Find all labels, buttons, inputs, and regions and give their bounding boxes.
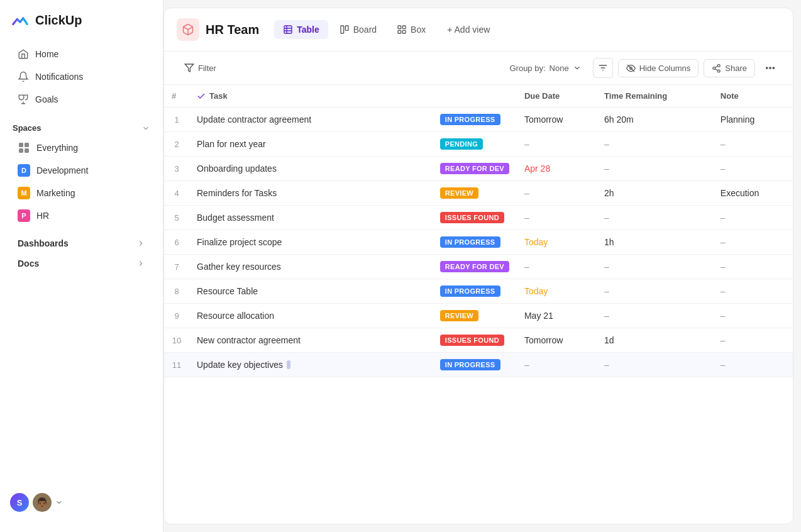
sort-icon bbox=[598, 63, 608, 73]
col-header-time-remaining[interactable]: Time Remaining bbox=[597, 85, 713, 108]
tab-board[interactable]: Board bbox=[331, 20, 385, 39]
sidebar-notifications-label: Notifications bbox=[35, 72, 83, 82]
table-row[interactable]: 6 Finalize project scope IN PROGRESS Tod… bbox=[164, 230, 793, 255]
sidebar-item-notifications[interactable]: Notifications bbox=[5, 65, 158, 88]
row-num: 11 bbox=[164, 353, 189, 377]
share-button[interactable]: Share bbox=[704, 59, 755, 77]
svg-rect-14 bbox=[402, 30, 406, 33]
filter-button[interactable]: Filter bbox=[177, 59, 224, 77]
sidebar-item-hr[interactable]: P HR bbox=[5, 204, 158, 227]
table-row[interactable]: 9 Resource allocation REVIEW May 21 – – bbox=[164, 304, 793, 328]
row-status: IN PROGRESS bbox=[433, 108, 517, 132]
sidebar-hr-label: HR bbox=[36, 211, 49, 221]
toolbar-right: Group by: None Hide Col bbox=[503, 58, 780, 78]
row-status: ISSUES FOUND bbox=[433, 328, 517, 353]
table-row[interactable]: 10 New contractor agreement ISSUES FOUND… bbox=[164, 328, 793, 353]
hr-avatar: P bbox=[18, 209, 30, 222]
spaces-section-header[interactable]: Spaces bbox=[0, 117, 163, 136]
table-row[interactable]: 4 Reminders for Tasks REVIEW – 2h Execut… bbox=[164, 181, 793, 206]
row-note: Execution bbox=[713, 181, 793, 206]
row-status: IN PROGRESS bbox=[433, 353, 517, 377]
row-note: – bbox=[713, 157, 793, 181]
svg-rect-9 bbox=[341, 26, 344, 33]
row-note: – bbox=[713, 353, 793, 377]
sidebar-item-dashboards[interactable]: Dashboards bbox=[5, 233, 158, 253]
development-avatar: D bbox=[18, 164, 30, 177]
resize-handle[interactable] bbox=[287, 360, 290, 369]
svg-point-28 bbox=[773, 67, 774, 69]
sort-button[interactable] bbox=[593, 58, 613, 78]
col-header-task[interactable]: Task bbox=[189, 85, 433, 108]
more-options-button[interactable] bbox=[760, 58, 780, 78]
row-due-date: – bbox=[517, 181, 597, 206]
sidebar-item-everything[interactable]: Everything bbox=[5, 136, 158, 159]
svg-rect-2 bbox=[19, 148, 23, 153]
sidebar-development-label: Development bbox=[36, 165, 89, 175]
row-status: READY FOR DEV bbox=[433, 255, 517, 279]
row-task: Resource Table bbox=[189, 279, 433, 304]
row-task: Reminders for Tasks bbox=[189, 181, 433, 206]
status-badge: IN PROGRESS bbox=[440, 114, 500, 125]
row-num: 4 bbox=[164, 181, 189, 206]
table-row[interactable]: 11 Update key objectives IN PROGRESS – –… bbox=[164, 353, 793, 377]
row-due-date: – bbox=[517, 255, 597, 279]
table-row[interactable]: 3 Onboarding updates READY FOR DEV Apr 2… bbox=[164, 157, 793, 181]
sidebar-item-development[interactable]: D Development bbox=[5, 159, 158, 182]
row-num: 2 bbox=[164, 132, 189, 157]
sidebar-item-home[interactable]: Home bbox=[5, 43, 158, 65]
svg-point-27 bbox=[770, 67, 771, 69]
svg-rect-5 bbox=[284, 26, 292, 33]
row-status: IN PROGRESS bbox=[433, 230, 517, 255]
row-num: 7 bbox=[164, 255, 189, 279]
row-task: Plan for next year bbox=[189, 132, 433, 157]
trophy-icon bbox=[18, 94, 29, 105]
add-view-button[interactable]: + Add view bbox=[439, 20, 497, 39]
row-due-date: Today bbox=[517, 279, 597, 304]
sidebar-item-docs[interactable]: Docs bbox=[5, 253, 158, 274]
toolbar: Filter Group by: None bbox=[164, 52, 793, 85]
row-time-remaining: – bbox=[597, 279, 713, 304]
docs-label: Docs bbox=[18, 258, 130, 269]
hide-columns-icon bbox=[626, 64, 636, 73]
clickup-logo-icon bbox=[10, 10, 30, 30]
table-row[interactable]: 7 Gather key resources READY FOR DEV – –… bbox=[164, 255, 793, 279]
spaces-label: Spaces bbox=[13, 123, 41, 133]
svg-line-24 bbox=[715, 69, 718, 70]
row-task: Update key objectives bbox=[189, 353, 433, 377]
col-header-num: # bbox=[164, 85, 189, 108]
row-note: – bbox=[713, 328, 793, 353]
col-header-due-date[interactable]: Due Date bbox=[517, 85, 597, 108]
docs-chevron-icon bbox=[136, 259, 145, 268]
row-note: – bbox=[713, 206, 793, 230]
row-status: REVIEW bbox=[433, 181, 517, 206]
user-profile-area[interactable]: S 👨🏾 bbox=[0, 483, 163, 522]
row-note: – bbox=[713, 230, 793, 255]
row-status: PENDING bbox=[433, 132, 517, 157]
table-row[interactable]: 1 Update contractor agreement IN PROGRES… bbox=[164, 108, 793, 132]
svg-rect-0 bbox=[19, 143, 23, 147]
main-content: HR Team Table Board Bo bbox=[163, 8, 793, 524]
tab-table[interactable]: Table bbox=[274, 20, 328, 39]
sidebar-item-marketing[interactable]: M Marketing bbox=[5, 182, 158, 204]
row-due-date: Tomorrow bbox=[517, 108, 597, 132]
sidebar-item-goals[interactable]: Goals bbox=[5, 88, 158, 111]
svg-line-25 bbox=[715, 66, 718, 67]
table-row[interactable]: 8 Resource Table IN PROGRESS Today – – bbox=[164, 279, 793, 304]
svg-rect-10 bbox=[345, 26, 348, 30]
share-icon bbox=[712, 64, 721, 73]
tab-box[interactable]: Box bbox=[388, 20, 434, 39]
row-num: 6 bbox=[164, 230, 189, 255]
row-num: 5 bbox=[164, 206, 189, 230]
svg-point-22 bbox=[713, 67, 715, 69]
sidebar-everything-label: Everything bbox=[36, 143, 78, 153]
svg-rect-11 bbox=[398, 26, 401, 29]
col-header-note[interactable]: Note bbox=[713, 85, 793, 108]
status-badge: IN PROGRESS bbox=[440, 359, 500, 370]
row-time-remaining: – bbox=[597, 304, 713, 328]
table-row[interactable]: 2 Plan for next year PENDING – – – bbox=[164, 132, 793, 157]
row-due-date: – bbox=[517, 132, 597, 157]
table-row[interactable]: 5 Budget assessment ISSUES FOUND – – – bbox=[164, 206, 793, 230]
hide-columns-button[interactable]: Hide Columns bbox=[618, 59, 699, 77]
group-by-control[interactable]: Group by: None bbox=[503, 60, 587, 77]
row-task: Gather key resources bbox=[189, 255, 433, 279]
